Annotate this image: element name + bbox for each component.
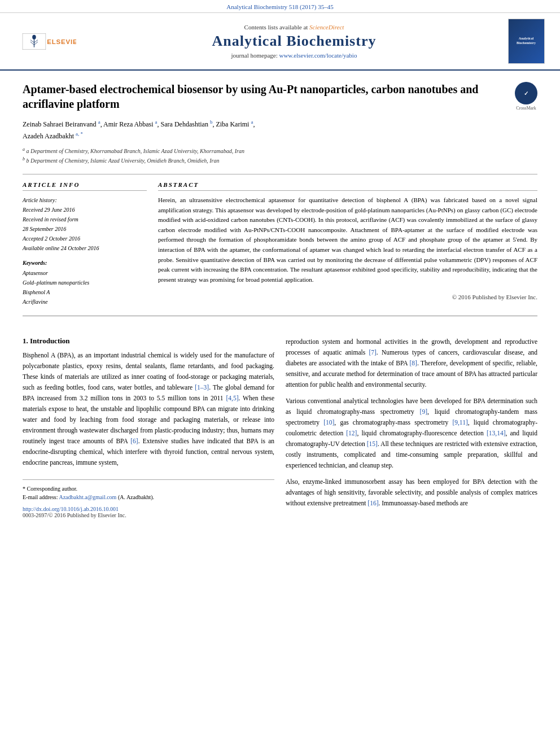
history-label: Article history: — [23, 195, 147, 205]
keywords-list: Aptasensor Gold–platinum nanoparticles B… — [23, 268, 147, 307]
ref-12: [12] — [346, 430, 357, 436]
body-left-column: 1. Introduction Bisphenol A (BPA), as an… — [23, 337, 274, 518]
journal-thumbnail: AnalyticalBiochemistry — [504, 19, 549, 64]
section-divider — [23, 316, 537, 316]
email-label: E-mail address: — [23, 494, 59, 500]
ref-16: [16] — [368, 500, 378, 506]
article-content: Aptamer-based electrochemical biosensor … — [0, 71, 560, 337]
email-suffix: (A. Azadbakht). — [118, 494, 154, 500]
homepage-url[interactable]: www.elsevier.com/locate/yabio — [279, 52, 357, 59]
crossmark-label: CrossMark — [515, 106, 537, 111]
homepage-prefix: journal homepage: — [231, 52, 279, 59]
intro-paragraph-3: Various conventional analytical technolo… — [286, 396, 537, 471]
affiliations: a a Department of Chemistry, Khorramabad… — [23, 146, 537, 165]
intro-number: 1. — [23, 337, 28, 345]
keyword-4: Acriflavine — [23, 297, 147, 307]
ref-8: [8] — [409, 360, 417, 366]
keyword-2: Gold–platinum nanoparticles — [23, 278, 147, 287]
doi-line[interactable]: http://dx.doi.org/10.1016/j.ab.2016.10.0… — [23, 506, 274, 512]
issn-text: 0003-2697/© 2016 Published by Elsevier I… — [23, 512, 126, 518]
title-area: Aptamer-based electrochemical biosensor … — [23, 82, 537, 111]
thumb-label: AnalyticalBiochemistry — [517, 37, 536, 46]
svg-text:✓: ✓ — [524, 90, 528, 97]
ref-10: [10] — [323, 419, 334, 426]
svg-text:ELSEVIER: ELSEVIER — [47, 38, 76, 45]
ref-1-3: [1–3] — [195, 384, 209, 391]
keyword-3: Bisphenol A — [23, 287, 147, 297]
crossmark-badge: ✓ CrossMark — [515, 82, 537, 111]
history-section: Article history: Received 29 June 2016 R… — [23, 195, 147, 253]
main-body: 1. Introduction Bisphenol A (BPA), as an… — [0, 337, 560, 530]
received-date: Received 29 June 2016 — [23, 205, 147, 215]
abstract-text: Herein, an ultrasensitive electrochemica… — [158, 195, 537, 285]
keyword-1: Aptasensor — [23, 268, 147, 278]
journal-title: Analytical Biochemistry — [85, 33, 504, 50]
intro-paragraph-1: Bisphenol A (BPA), as an important indus… — [23, 350, 274, 468]
ref-7: [7] — [369, 349, 376, 356]
corresponding-note: * Corresponding author. — [23, 484, 274, 493]
affiliation-b-text: b Department of Chemistry, Islamic Azad … — [27, 158, 220, 164]
introduction-title: 1. Introduction — [23, 337, 274, 346]
body-right-column: reproduction system and hormonal activit… — [286, 337, 537, 518]
ref-6: [6] — [130, 438, 138, 444]
ref-9-11: [9,11] — [452, 419, 467, 426]
journal-homepage: journal homepage: www.elsevier.com/locat… — [85, 52, 504, 59]
ref-13-14: [13,14] — [487, 430, 506, 436]
sciencedirect-link[interactable]: ScienceDirect — [309, 24, 344, 30]
sd-prefix: Contents lists available at — [244, 24, 309, 30]
affiliation-a: a a Department of Chemistry, Khorramabad… — [23, 146, 537, 155]
sciencedirect-line: Contents lists available at ScienceDirec… — [85, 24, 504, 30]
footnote-area: * Corresponding author. E-mail address: … — [23, 479, 274, 501]
intro-paragraph-2: reproduction system and hormonal activit… — [286, 337, 537, 390]
elsevier-logo-area: ELSEVIER — [11, 29, 85, 54]
accepted-date: Accepted 2 October 2016 — [23, 234, 147, 243]
elsevier-logo: ELSEVIER — [20, 29, 76, 54]
affiliation-a-text: a Department of Chemistry, Khorramabad B… — [27, 148, 244, 155]
ref-9: [9] — [420, 408, 427, 415]
keywords-heading: Keywords: — [23, 260, 147, 266]
crossmark-icon: ✓ — [515, 82, 537, 104]
ref-15: [15] — [367, 440, 378, 447]
article-info-heading: Article Info — [23, 181, 147, 191]
article-info-column: Article Info Article history: Received 2… — [23, 181, 147, 307]
ref-4-5: [4,5] — [226, 395, 238, 401]
intro-heading: Introduction — [30, 337, 70, 345]
svg-point-6 — [32, 34, 36, 39]
journal-header: ELSEVIER Contents lists available at Sci… — [0, 13, 560, 71]
journal-info-center: Contents lists available at ScienceDirec… — [85, 24, 504, 59]
article-title: Aptamer-based electrochemical biosensor … — [23, 82, 537, 111]
intro-paragraph-4: Also, enzyme-linked immunosorbent assay … — [286, 477, 537, 509]
abstract-section: Abstract Herein, an ultrasensitive elect… — [158, 181, 537, 307]
keywords-section: Keywords: Aptasensor Gold–platinum nanop… — [23, 260, 147, 307]
header-divider — [23, 174, 537, 174]
issn-line: 0003-2697/© 2016 Published by Elsevier I… — [23, 512, 274, 518]
citation-text: Analytical Biochemistry 518 (2017) 35–45 — [226, 3, 333, 10]
email-address[interactable]: Azadbakht.a@gmail.com — [59, 494, 116, 500]
copyright: © 2016 Published by Elsevier Inc. — [158, 290, 537, 300]
abstract-heading: Abstract — [158, 181, 537, 191]
doi-text: http://dx.doi.org/10.1016/j.ab.2016.10.0… — [23, 506, 119, 512]
top-citation-bar: Analytical Biochemistry 518 (2017) 35–45 — [0, 0, 560, 13]
info-abstract-columns: Article Info Article history: Received 2… — [23, 181, 537, 307]
available-date: Available online 24 October 2016 — [23, 243, 147, 253]
authors: Zeinab Sahraei Beiranvand a, Amir Reza A… — [23, 118, 537, 142]
received-revised: Received in revised form28 September 201… — [23, 215, 147, 234]
journal-cover-thumb: AnalyticalBiochemistry — [508, 19, 545, 64]
email-note: E-mail address: Azadbakht.a@gmail.com (A… — [23, 493, 274, 501]
affiliation-b: b b Department of Chemistry, Islamic Aza… — [23, 156, 537, 165]
